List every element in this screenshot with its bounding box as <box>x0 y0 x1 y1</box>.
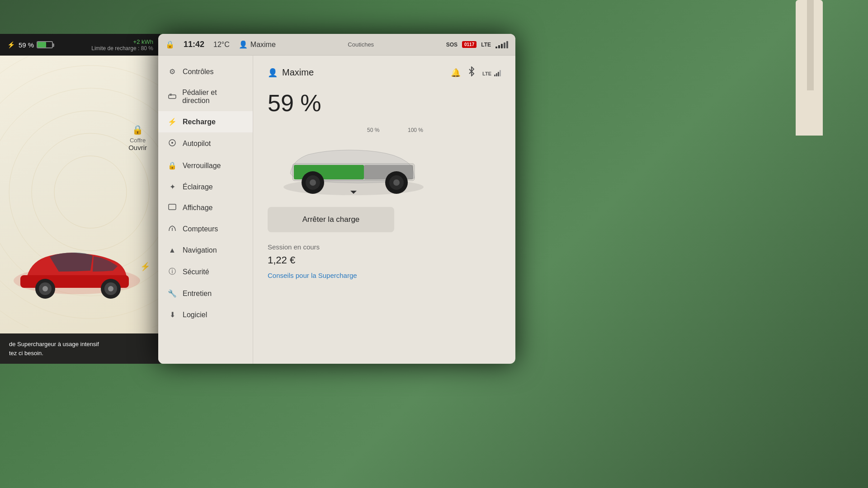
sidebar-item-affichage[interactable]: Affichage <box>158 197 253 218</box>
svg-point-31 <box>310 179 316 186</box>
sidebar-item-autopilot[interactable]: Autopilot <box>158 132 253 155</box>
sos-label: SOS <box>446 42 458 48</box>
bottom-notification: de Superchargeur à usage intensif tez ci… <box>0 333 160 364</box>
session-cost: 1,22 € <box>268 254 501 266</box>
lte-signal: LTE <box>482 69 501 76</box>
charging-post-2 <box>807 0 814 90</box>
battery-visual: 50 % 100 % <box>268 124 439 196</box>
status-user: 👤 Maxime <box>239 40 276 49</box>
sidebar-item-securite[interactable]: ⓘ Sécurité <box>158 261 253 283</box>
tesla-screen: 🔒 11:42 12°C 👤 Maxime Coutiches SOS 0117… <box>158 34 515 364</box>
notification-icon[interactable]: 🔔 <box>451 68 461 78</box>
sidebar-item-pedalier[interactable]: Pédalier et direction <box>158 82 253 111</box>
stop-charge-button[interactable]: Arrêter la charge <box>268 207 394 232</box>
lock-icon: 🔒 <box>165 40 175 49</box>
signal-bar-5 <box>506 41 508 48</box>
user-icon: 👤 <box>239 40 248 49</box>
svg-point-15 <box>108 286 113 291</box>
signal-bar-4 <box>504 42 505 48</box>
svg-point-0 <box>54 156 127 228</box>
svg-rect-21 <box>169 204 176 210</box>
status-bar: 🔒 11:42 12°C 👤 Maxime Coutiches SOS 0117… <box>158 34 515 56</box>
signal-bar-1 <box>495 47 497 48</box>
signal-bar-2 <box>498 45 500 48</box>
battery-bar <box>37 41 53 48</box>
controles-icon: ⚙ <box>167 67 177 76</box>
sidebar-item-eclairage[interactable]: ✦ Éclairage <box>158 176 253 197</box>
svg-text:⚡: ⚡ <box>140 262 149 272</box>
bluetooth-icon[interactable] <box>468 66 475 79</box>
profile-avatar-icon: 👤 <box>268 68 278 78</box>
signal-bar-3 <box>501 44 503 48</box>
coffre-control[interactable]: 🔒 Coffre Ouvrir <box>128 124 147 151</box>
svg-rect-18 <box>170 94 172 96</box>
sidebar-item-navigation[interactable]: ▲ Navigation <box>158 240 253 261</box>
recharge-icon: ⚡ <box>167 117 177 126</box>
lte-icon: LTE <box>481 42 491 48</box>
car-image: ⚡ <box>5 235 156 305</box>
entretien-icon: 🔧 <box>167 289 177 298</box>
sidebar: ⚙ Contrôles Pédalier et direction ⚡ Rech… <box>158 56 253 364</box>
sos-badge: 0117 <box>462 41 476 48</box>
charge-icon: ⚡ <box>7 41 15 48</box>
supercharge-tips-link[interactable]: Conseils pour la Supercharge <box>268 272 357 279</box>
main-content: ⚙ Contrôles Pédalier et direction ⚡ Rech… <box>158 56 515 364</box>
sidebar-item-compteurs[interactable]: Compteurs <box>158 218 253 240</box>
sidebar-item-entretien[interactable]: 🔧 Entretien <box>158 283 253 304</box>
profile-name: Maxime <box>282 67 314 78</box>
header-icons: 🔔 LTE <box>451 66 501 79</box>
eclairage-icon: ✦ <box>167 183 177 191</box>
battery-fill <box>38 42 46 47</box>
left-topbar: ⚡ 59 % +2 kWh Limite de recharge : 80 % <box>0 34 160 56</box>
logiciel-icon: ⬇ <box>167 310 177 319</box>
status-temperature: 12°C <box>213 41 230 49</box>
sidebar-item-logiciel[interactable]: ⬇ Logiciel <box>158 304 253 325</box>
profile-header: 👤 Maxime 🔔 LTE <box>268 66 501 79</box>
navigation-icon: ▲ <box>167 246 177 254</box>
svg-point-12 <box>42 286 48 291</box>
car-view-panel: ⚡ 59 % +2 kWh Limite de recharge : 80 % … <box>0 34 160 364</box>
pedalier-icon <box>167 93 177 101</box>
status-time: 11:42 <box>184 40 204 49</box>
svg-text:100 %: 100 % <box>408 127 423 133</box>
svg-text:50 %: 50 % <box>367 127 380 133</box>
svg-point-34 <box>393 179 400 186</box>
verrouillage-icon: 🔒 <box>167 161 177 170</box>
sidebar-item-recharge[interactable]: ⚡ Recharge <box>158 111 253 132</box>
compteurs-icon <box>167 225 177 234</box>
status-map: Coutiches <box>285 41 437 48</box>
session-label: Session en cours <box>268 243 501 251</box>
charging-panel: 👤 Maxime 🔔 LTE <box>253 56 515 364</box>
autopilot-icon <box>167 139 177 149</box>
charge-info: +2 kWh Limite de recharge : 80 % <box>91 38 153 52</box>
svg-point-20 <box>171 142 173 144</box>
securite-icon: ⓘ <box>167 267 177 277</box>
signal-bars <box>495 41 508 48</box>
affichage-icon <box>167 204 177 212</box>
battery-display: 59 % <box>19 41 53 49</box>
battery-percentage: 59 % <box>268 89 501 117</box>
sidebar-item-verrouillage[interactable]: 🔒 Verrouillage <box>158 155 253 176</box>
status-right-icons: SOS 0117 LTE <box>446 41 508 48</box>
lock-coffre-icon: 🔒 <box>128 124 147 135</box>
sidebar-item-controles[interactable]: ⚙ Contrôles <box>158 61 253 82</box>
